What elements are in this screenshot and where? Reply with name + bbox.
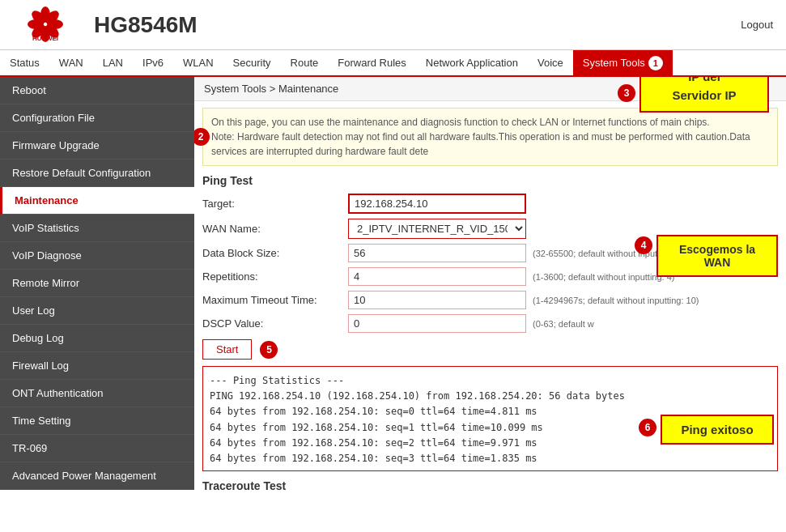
form-row-timeout: Maximum Timeout Time: (1-4294967s; defau…: [202, 291, 778, 309]
logo-area: HUAWEI: [13, 6, 78, 43]
sidebar-item-debug-log[interactable]: Debug Log: [0, 325, 194, 352]
sidebar-item-voip-statistics[interactable]: VoIP Statistics: [0, 215, 194, 242]
sidebar-item-maintenance[interactable]: Maintenance: [0, 187, 194, 215]
label-repetitions: Repetitions:: [202, 270, 348, 283]
callout-wan: Escogemos laWAN: [656, 235, 778, 277]
sidebar-item-restore-default[interactable]: Restore Default Configuration: [0, 160, 194, 187]
sidebar-item-voip-diagnose[interactable]: VoIP Diagnose: [0, 242, 194, 270]
annotation-6: 6: [639, 419, 656, 436]
form-row-dscp: DSCP Value: (0-63; default w: [202, 314, 778, 333]
sidebar-item-advanced-power[interactable]: Advanced Power Management: [0, 462, 194, 490]
note-repetitions: (1-3600; default without inputting: 4): [533, 272, 675, 282]
traceroute-section: Traceroute Test Target:: [202, 479, 778, 490]
nav-item-wan[interactable]: WAN: [49, 50, 93, 75]
info-text-1: On this page, you can use the maintenanc…: [211, 117, 710, 128]
label-timeout: Maximum Timeout Time:: [202, 294, 348, 306]
label-target: Target:: [202, 198, 348, 210]
content-area: System Tools > Maintenance On this page,…: [194, 77, 786, 490]
annotation-5: 5: [260, 341, 278, 359]
select-wan[interactable]: 2_IPTV_INTERNET_R_VID_1504: [348, 219, 526, 239]
label-datablock: Data Block Size:: [202, 247, 348, 259]
nav-item-status[interactable]: Status: [0, 50, 49, 75]
nav-badge: 1: [648, 56, 663, 70]
annotation-4: 4: [635, 236, 652, 254]
form-row-wan: WAN Name: 2_IPTV_INTERNET_R_VID_1504 Esc…: [202, 219, 778, 239]
start-button[interactable]: Start: [202, 339, 252, 360]
nav-item-forward-rules[interactable]: Forward Rules: [328, 50, 416, 75]
nav-item-lan[interactable]: LAN: [93, 50, 133, 75]
nav-item-voice[interactable]: Voice: [528, 50, 573, 75]
traceroute-title: Traceroute Test: [202, 479, 778, 490]
sidebar-item-reboot[interactable]: Reboot: [0, 77, 194, 104]
ping-test-section: Ping Test Target: WAN Name: 2_IPTV_INTER…: [202, 174, 778, 471]
label-dscp: DSCP Value:: [202, 317, 348, 330]
info-box: On this page, you can use the maintenanc…: [202, 108, 778, 166]
huawei-logo-icon: HUAWEI: [21, 6, 70, 43]
form-row-target: Target:: [202, 194, 778, 214]
nav-item-network-application[interactable]: Network Application: [416, 50, 528, 75]
sidebar-item-configuration-file[interactable]: Configuration File: [0, 104, 194, 132]
input-target[interactable]: [348, 194, 526, 214]
nav-system-tools-label: System Tools: [583, 57, 645, 69]
input-timeout[interactable]: [348, 291, 526, 309]
start-row: Start 5: [202, 339, 778, 360]
note-dscp: (0-63; default w: [533, 319, 594, 329]
svg-text:HUAWEI: HUAWEI: [32, 35, 58, 42]
device-name: HG8546M: [94, 12, 198, 38]
nav-item-wlan[interactable]: WLAN: [173, 50, 223, 75]
ping-test-title: Ping Test: [202, 174, 778, 187]
sidebar-item-firmware-upgrade[interactable]: Firmware Upgrade: [0, 132, 194, 160]
input-repetitions[interactable]: [348, 267, 526, 286]
sidebar-item-firewall-log[interactable]: Firewall Log: [0, 352, 194, 380]
callout-ip-servidor: IP delServidor IP: [639, 77, 769, 113]
sidebar-item-remote-mirror[interactable]: Remote Mirror: [0, 270, 194, 297]
input-dscp[interactable]: [348, 314, 526, 333]
nav-item-security[interactable]: Security: [223, 50, 281, 75]
annotation-3: 3: [618, 84, 635, 102]
sidebar-item-tr-069[interactable]: TR-069: [0, 435, 194, 462]
callout-ping-exitoso: Ping exitoso: [661, 415, 774, 445]
annotation-2: 2: [194, 128, 210, 146]
nav-item-ipv6[interactable]: IPv6: [133, 50, 173, 75]
note-timeout: (1-4294967s; default without inputting: …: [533, 296, 699, 305]
main-layout: Reboot Configuration File Firmware Upgra…: [0, 77, 786, 490]
sidebar-item-ont-authentication[interactable]: ONT Authentication: [0, 380, 194, 407]
header: HUAWEI HG8546M Logout: [0, 0, 786, 50]
sidebar-item-time-setting[interactable]: Time Setting: [0, 407, 194, 435]
nav-item-route[interactable]: Route: [281, 50, 329, 75]
nav-bar: Status WAN LAN IPv6 WLAN Security Route …: [0, 50, 786, 77]
input-datablock[interactable]: [348, 244, 526, 262]
label-wan: WAN Name:: [202, 223, 348, 235]
sidebar: Reboot Configuration File Firmware Upgra…: [0, 77, 194, 490]
ping-output-area: --- Ping Statistics --- PING 192.168.254…: [202, 366, 778, 471]
sidebar-item-user-log[interactable]: User Log: [0, 297, 194, 325]
info-text-2: Note: Hardware fault detection may not f…: [211, 131, 750, 157]
logout-button[interactable]: Logout: [741, 19, 773, 31]
nav-item-system-tools[interactable]: System Tools 1: [573, 50, 673, 75]
